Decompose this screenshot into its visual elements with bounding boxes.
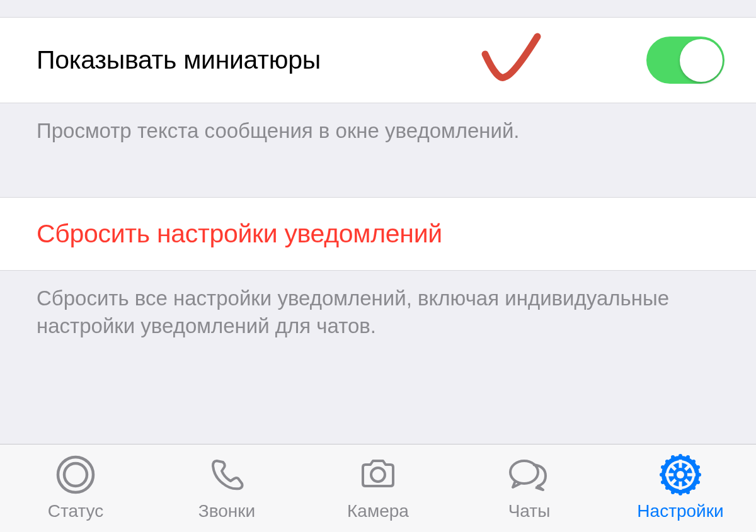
tab-camera-label: Камера (347, 501, 409, 521)
tab-settings-label: Настройки (637, 501, 723, 521)
camera-icon (355, 452, 401, 497)
svg-point-24 (671, 490, 675, 494)
svg-point-1 (64, 463, 87, 486)
switch-knob (680, 39, 723, 82)
phone-icon (204, 452, 249, 497)
svg-point-28 (696, 465, 700, 469)
reset-notifications-label: Сбросить настройки уведомлений (37, 219, 442, 248)
svg-point-23 (686, 455, 690, 459)
svg-point-14 (679, 454, 682, 458)
svg-point-25 (686, 490, 690, 494)
tab-calls[interactable]: Звонки (164, 452, 290, 521)
tab-status-label: Статус (48, 501, 104, 521)
top-spacer (0, 0, 756, 18)
svg-point-22 (671, 455, 675, 459)
tab-camera[interactable]: Камера (315, 452, 441, 521)
svg-point-19 (692, 460, 696, 463)
svg-point-27 (661, 480, 665, 484)
status-icon (53, 452, 98, 497)
svg-point-18 (665, 460, 669, 463)
chats-icon (507, 452, 552, 497)
tabbar: Статус Звонки Камера Чаты (0, 444, 756, 532)
settings-icon (658, 452, 703, 497)
svg-point-21 (692, 486, 696, 490)
reset-notifications-footer: Сбросить все настройки уведомлений, вклю… (0, 271, 756, 357)
reset-notifications-button[interactable]: Сбросить настройки уведомлений (0, 197, 756, 271)
tab-calls-label: Звонки (198, 501, 255, 521)
svg-point-2 (371, 468, 385, 482)
svg-point-26 (661, 465, 665, 469)
svg-point-13 (677, 471, 684, 478)
svg-point-20 (665, 486, 669, 490)
show-thumbnails-label: Показывать миниатюры (37, 45, 321, 75)
tab-chats-label: Чаты (508, 501, 551, 521)
show-thumbnails-toggle[interactable] (646, 37, 724, 84)
tab-settings[interactable]: Настройки (617, 452, 743, 521)
svg-point-29 (696, 480, 700, 484)
section-gap (0, 162, 756, 197)
svg-point-16 (660, 473, 663, 477)
checkmark-annotation-icon (478, 31, 553, 91)
svg-point-15 (679, 492, 682, 495)
svg-point-17 (697, 473, 701, 477)
show-thumbnails-row: Показывать миниатюры (0, 18, 756, 103)
tab-chats[interactable]: Чаты (466, 452, 592, 521)
show-thumbnails-footer: Просмотр текста сообщения в окне уведомл… (0, 103, 756, 162)
tab-status[interactable]: Статус (13, 452, 139, 521)
